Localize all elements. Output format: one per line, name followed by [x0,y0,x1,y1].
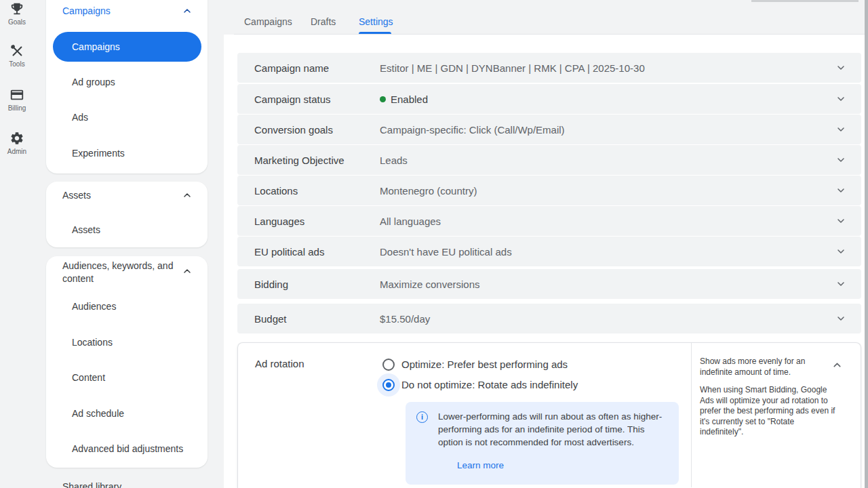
settings-row-campaign-name[interactable]: Campaign name Estitor | ME | GDN | DYNBa… [237,53,861,83]
chevron-down-icon[interactable] [835,279,846,289]
learn-more-link[interactable]: Learn more [457,460,504,470]
rail-label: Goals [0,18,34,26]
nav-item-advanced-bid-adjustments[interactable]: Advanced bid adjustments [72,443,183,455]
row-value: Leads [380,155,408,166]
row-label: Conversion goals [254,124,380,136]
settings-row-conversion-goals[interactable]: Conversion goals Campaign-specific: Clic… [237,115,861,144]
radio-optimize[interactable] [382,359,395,371]
chevron-down-icon[interactable] [835,62,846,73]
row-value: Montenegro (country) [380,185,477,197]
row-value: Maximize conversions [380,279,480,290]
chevron-down-icon[interactable] [835,216,846,226]
tools-icon [0,43,34,58]
rail-label: Tools [0,60,34,68]
tab-campaigns[interactable]: Campaigns [244,16,292,27]
help-panel-divider [691,343,692,487]
chevron-up-icon[interactable] [182,190,193,203]
chevron-down-icon[interactable] [835,313,846,324]
nav-section-title-shared-library[interactable]: Shared library [62,481,121,488]
nav-item-experiments[interactable]: Experiments [72,147,125,159]
nav-item-label: Campaigns [72,41,120,52]
radio-label-do-not-optimize[interactable]: Do not optimize: Rotate ads indefinitely [401,379,578,390]
rail-label: Billing [0,104,34,112]
tab-drafts[interactable]: Drafts [311,16,336,27]
row-value: Campaign-specific: Click (Call/Wp/Email) [380,124,565,136]
nav-item-campaigns-selected[interactable]: Campaigns [53,32,201,62]
row-value: All languages [380,216,441,227]
chevron-up-icon[interactable] [182,266,193,279]
tab-settings[interactable]: Settings [359,16,393,27]
chevron-up-icon[interactable] [831,359,843,373]
chevron-down-icon[interactable] [835,124,846,135]
gear-icon [0,131,34,146]
chevron-down-icon[interactable] [835,94,846,104]
nav-item-ad-groups[interactable]: Ad groups [72,76,115,88]
info-icon: i [416,411,428,423]
rail-label: Admin [0,148,34,155]
help-paragraph: When using Smart Bidding, Google Ads wil… [700,385,837,438]
nav-section-title-campaigns[interactable]: Campaigns [62,5,111,18]
rail-item-billing[interactable]: Billing [0,87,34,112]
help-panel: Show ads more evenly for an indefinite a… [700,357,837,438]
row-label: Campaign name [254,62,380,74]
settings-row-budget[interactable]: Budget $15.50/day [237,304,861,333]
rail-item-tools[interactable]: Tools [0,43,34,68]
nav-item-locations[interactable]: Locations [72,336,113,348]
rail-item-goals[interactable]: Goals [0,1,34,26]
nav-section-assets: Assets Assets [46,182,208,247]
nav-item-assets[interactable]: Assets [72,224,100,236]
row-label: Languages [254,216,380,227]
row-label: Ad rotation [255,358,304,369]
row-value: $15.50/day [380,313,430,325]
chevron-up-icon[interactable] [182,5,193,19]
nav-item-audiences[interactable]: Audiences [72,300,116,312]
settings-row-locations[interactable]: Locations Montenegro (country) [237,176,861,205]
chevron-down-icon[interactable] [835,155,846,165]
info-callout: i Lower-performing ads will run about as… [406,402,679,485]
vertical-scrollbar[interactable] [865,0,868,488]
settings-row-marketing-objective[interactable]: Marketing Objective Leads [237,145,861,175]
row-label: Budget [254,313,380,325]
nav-section-audiences: Audiences, keywords, and content Audienc… [46,256,208,468]
chevron-down-icon[interactable] [835,185,846,196]
credit-card-icon [0,87,34,102]
radio-do-not-optimize[interactable] [382,379,395,391]
settings-row-bidding[interactable]: Bidding Maximize conversions [237,269,861,299]
row-value: Estitor | ME | GDN | DYNBanner | RMK | C… [380,62,645,74]
chevron-down-icon[interactable] [835,246,846,257]
nav-section-title-assets[interactable]: Assets [62,189,91,202]
row-label: Bidding [254,279,380,290]
status-enabled-dot [380,96,386,102]
help-paragraph: Show ads more evenly for an indefinite a… [700,357,837,378]
google-ads-screen: Goals Tools Billing Admin Campaigns Camp… [0,0,868,488]
row-value: Enabled [391,94,428,105]
tab-divider [234,34,868,35]
row-label: Campaign status [254,94,380,105]
row-label: Marketing Objective [254,155,380,166]
settings-row-ad-rotation-expanded: Ad rotation Optimize: Prefer best perfor… [237,342,861,488]
row-label: EU political ads [254,246,380,258]
settings-row-eu-political-ads[interactable]: EU political ads Doesn't have EU politic… [237,237,861,266]
trophy-icon [0,1,34,16]
row-label: Locations [254,185,380,197]
nav-section-campaigns: Campaigns Campaigns Ad groups Ads Experi… [46,0,208,174]
horizontal-scrollbar-edge[interactable] [751,0,859,2]
settings-row-languages[interactable]: Languages All languages [237,206,861,236]
info-text: Lower-performing ads will run about as o… [438,410,669,449]
nav-item-ads[interactable]: Ads [72,111,88,123]
radio-label-optimize[interactable]: Optimize: Prefer best performing ads [401,359,568,370]
rail-item-admin[interactable]: Admin [0,131,34,155]
nav-section-title-audiences[interactable]: Audiences, keywords, and content [62,260,175,285]
settings-row-campaign-status[interactable]: Campaign status Enabled [237,84,861,114]
nav-item-ad-schedule[interactable]: Ad schedule [72,407,124,420]
row-value: Doesn't have EU political ads [380,246,512,258]
nav-item-content[interactable]: Content [72,371,105,384]
